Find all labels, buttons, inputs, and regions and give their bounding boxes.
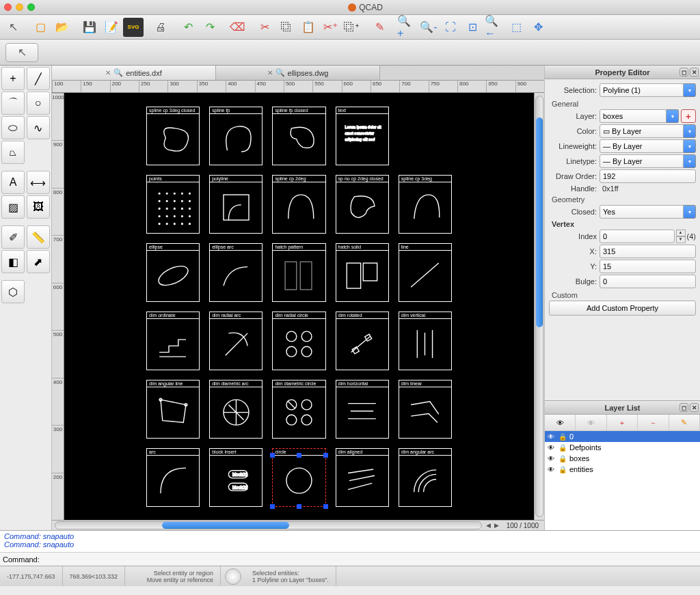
copy-ref-button[interactable]: ⿻⁺ [342, 18, 362, 37]
undock-icon[interactable]: ◻ [679, 403, 688, 412]
entity-cell[interactable]: sp no cp 2deg closed [336, 175, 389, 234]
lock-icon[interactable]: 🔒 [558, 466, 567, 473]
point-tool-button[interactable]: + [1, 67, 25, 90]
entity-cell[interactable]: ellipse [146, 243, 200, 302]
entity-cell[interactable]: ellipse arc [209, 243, 262, 302]
window-minimize-button[interactable] [16, 3, 23, 11]
pointer-tool-button[interactable]: ↖ [3, 18, 23, 37]
entity-cell[interactable]: dim rotated [336, 312, 389, 370]
bulge-input[interactable] [600, 275, 696, 288]
eye-icon[interactable]: 👁 [548, 455, 556, 462]
save-as-button[interactable]: 📝 [101, 18, 122, 37]
line-tool-button[interactable]: ╱ [27, 67, 50, 90]
index-down-button[interactable]: ▼ [676, 236, 686, 243]
entity-cell[interactable]: dim angular arc [399, 448, 452, 507]
add-custom-property-button[interactable]: Add Custom Property [549, 301, 696, 316]
open-file-button[interactable]: 📂 [52, 18, 72, 37]
entity-cell[interactable]: polyline [209, 175, 262, 234]
erase-button[interactable]: ⌫ [227, 18, 247, 37]
lock-icon[interactable]: 🔒 [558, 433, 567, 441]
entity-cell[interactable]: dim aligned [336, 448, 389, 507]
copy-button[interactable]: ⿻ [276, 18, 297, 37]
measure-tool-button[interactable]: 📏 [27, 225, 50, 249]
redo-button[interactable]: ↷ [200, 18, 220, 37]
layer-list[interactable]: 👁🔒0👁🔒Defpoints👁🔒boxes👁🔒entities [545, 431, 700, 530]
eye-icon[interactable]: 👁 [548, 444, 556, 452]
modify-tool-button[interactable]: ✐ [1, 225, 25, 249]
entity-cell[interactable]: points [146, 175, 200, 234]
entity-cell[interactable]: textLorem ipsum dolor sitamet consectetu… [336, 107, 389, 165]
linetype-select[interactable]: — By Layer [600, 154, 684, 168]
lineweight-select[interactable]: — By Layer [600, 139, 684, 153]
layer-row[interactable]: 👁🔒0 [545, 431, 700, 442]
polyline-tool-button[interactable]: ⏢ [1, 141, 25, 164]
entity-cell[interactable]: dim horizontal [336, 380, 389, 439]
export-svg-button[interactable]: SVG [123, 18, 144, 37]
new-file-button[interactable]: ▢ [30, 18, 51, 37]
entity-cell[interactable]: hatch pattern [272, 243, 325, 302]
hatch-tool-button[interactable]: ▨ [1, 195, 25, 219]
zoom-in-button[interactable]: 🔍+ [396, 18, 417, 37]
drawing-canvas[interactable]: spline cp 3deg closedspline fpspline fp … [64, 93, 534, 520]
layer-hidden-all-button[interactable]: 👁 [576, 415, 606, 430]
undo-button[interactable]: ↶ [178, 18, 198, 37]
entity-cell[interactable]: spline cp 3deg closed [146, 107, 200, 165]
layer-row[interactable]: 👁🔒boxes [545, 453, 700, 464]
entity-cell[interactable]: dim vertical [399, 312, 452, 370]
lock-icon[interactable]: 🔒 [558, 444, 567, 452]
zoom-auto-button[interactable]: ⛶ [440, 18, 461, 37]
closed-select[interactable]: Yes [600, 205, 684, 219]
close-icon[interactable]: ✕ [690, 68, 699, 77]
layer-row[interactable]: 👁🔒entities [545, 464, 700, 475]
entity-cell[interactable]: arc [146, 448, 200, 507]
cut-ref-button[interactable]: ✂⁺ [320, 18, 340, 37]
image-tool-button[interactable]: 🖼 [27, 195, 50, 219]
window-close-button[interactable] [4, 3, 12, 11]
vertical-scrollbar[interactable] [534, 93, 544, 520]
paste-button[interactable]: 📋 [298, 18, 319, 37]
entity-cell[interactable]: hatch solid [336, 243, 389, 302]
print-button[interactable]: 🖨 [150, 18, 171, 37]
zoom-previous-button[interactable]: 🔍← [484, 18, 504, 37]
x-input[interactable] [600, 245, 696, 258]
close-icon[interactable]: ✕ [105, 69, 111, 77]
entity-cell[interactable]: dim linear [399, 380, 452, 439]
entity-cell[interactable]: dim diametric circle [272, 380, 325, 439]
entity-cell[interactable]: dim diametric arc [209, 380, 262, 439]
command-input[interactable] [42, 555, 697, 564]
entity-cell[interactable]: circle [272, 448, 325, 507]
undock-icon[interactable]: ◻ [679, 68, 688, 77]
spline-tool-button[interactable]: ∿ [27, 116, 50, 139]
add-layer-button[interactable]: + [681, 109, 696, 123]
color-select[interactable]: ▭ By Layer [600, 124, 684, 138]
layer-row[interactable]: 👁🔒Defpoints [545, 442, 700, 453]
index-up-button[interactable]: ▲ [676, 230, 686, 236]
horizontal-scrollbar[interactable]: ◀▶ 100 / 1000 [52, 520, 544, 530]
entity-cell[interactable]: line [399, 243, 452, 302]
layer-edit-button[interactable]: ✎ [669, 415, 700, 430]
entity-cell[interactable]: spline fp closed [272, 107, 325, 165]
entity-cell[interactable]: block insertblock01block02 [209, 448, 262, 507]
index-input[interactable] [600, 230, 675, 243]
lock-icon[interactable]: 🔒 [558, 455, 567, 462]
close-icon[interactable]: ✕ [267, 69, 273, 77]
entity-cell[interactable]: dim radial circle [272, 312, 325, 370]
entity-cell[interactable]: spline cp 2deg [272, 175, 325, 234]
iso-tool-button[interactable]: ⬡ [1, 280, 25, 303]
window-maximize-button[interactable] [27, 3, 35, 11]
entity-cell[interactable]: dim ordinate [146, 312, 200, 370]
save-button[interactable]: 💾 [79, 18, 100, 37]
entity-cell[interactable]: dim angular line [146, 380, 200, 439]
edit-button[interactable]: ✎ [369, 18, 390, 37]
entity-cell[interactable]: spline fp [209, 107, 262, 165]
dimension-tool-button[interactable]: ⟷ [27, 171, 50, 194]
eye-icon[interactable]: 👁 [548, 466, 556, 473]
entity-cell[interactable]: dim radial arc [209, 312, 262, 370]
layer-remove-button[interactable]: − [638, 415, 669, 430]
close-icon[interactable]: ✕ [690, 403, 699, 412]
cut-button[interactable]: ✂ [254, 18, 275, 37]
eye-icon[interactable]: 👁 [548, 433, 556, 441]
draw-order-input[interactable] [600, 169, 696, 183]
selection-tool-button[interactable]: ↖ [5, 43, 38, 62]
layer-add-button[interactable]: + [607, 415, 638, 430]
